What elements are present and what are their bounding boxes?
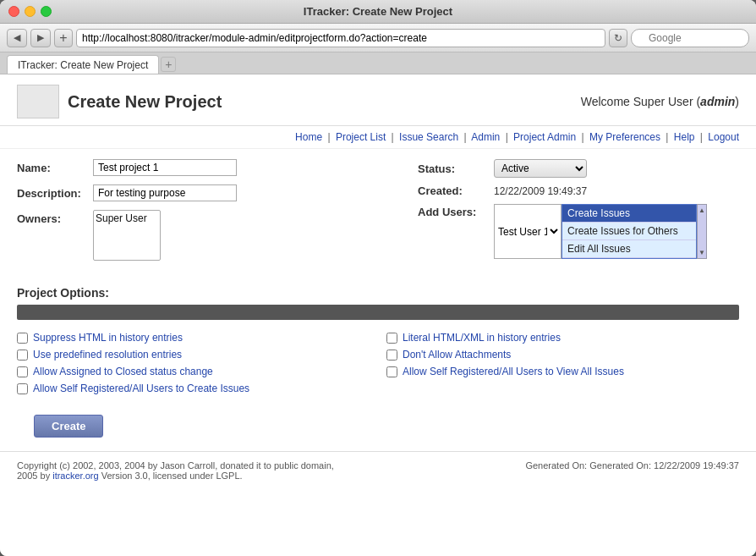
nav-help[interactable]: Help — [674, 131, 695, 143]
permissions-dropdown: Create Issues Create Issues for Others E… — [562, 204, 697, 259]
status-select[interactable]: Active Inactive — [494, 159, 587, 178]
titlebar: ITracker: Create New Project — [0, 0, 756, 24]
created-value: 12/22/2009 19:49:37 — [494, 185, 587, 197]
name-label: Name: — [17, 159, 93, 174]
itracker-link[interactable]: itracker.org — [52, 471, 98, 481]
predefined-resolution-checkbox[interactable] — [17, 350, 28, 361]
browser-window: ITracker: Create New Project ◀ ▶ + ↻ 🔍 I… — [0, 0, 756, 556]
perm-create-issues-others[interactable]: Create Issues for Others — [562, 223, 696, 240]
nav-project-admin[interactable]: Project Admin — [513, 131, 576, 143]
options-grid: Suppress HTML in history entries Literal… — [17, 332, 739, 394]
name-input[interactable] — [93, 159, 237, 176]
minimize-button[interactable] — [25, 6, 36, 17]
desc-label: Description: — [17, 184, 93, 200]
users-list-select[interactable]: Test User 1 — [494, 204, 562, 259]
perm-edit-own-issues[interactable]: Edit User's Own Issues — [562, 258, 696, 259]
nav-links: Home | Project List | Issue Search | Adm… — [0, 126, 756, 149]
welcome-text: Welcome Super User (admin) — [581, 95, 739, 108]
nav-logout[interactable]: Logout — [708, 131, 739, 143]
permissions-scrollbar[interactable]: ▲ ▼ — [697, 204, 707, 259]
left-column: Name: Description: Owners: Super User — [17, 159, 254, 269]
add-tab-button[interactable]: + — [161, 57, 176, 72]
copyright-line2: 2005 by itracker.org Version 3.0, licens… — [17, 471, 334, 481]
option-literal-html: Literal HTML/XML in history entries — [386, 332, 739, 344]
add-users-row: Add Users: Test User 1 Create Issues Cre… — [418, 204, 739, 259]
option-allow-create: Allow Self Registered/All Users to Creat… — [17, 383, 370, 394]
nav-my-preferences[interactable]: My Preferences — [589, 131, 660, 143]
footer: Copyright (c) 2002, 2003, 2004 by Jason … — [0, 451, 756, 489]
desc-input[interactable] — [93, 184, 237, 201]
page-header: Create New Project Welcome Super User (a… — [0, 74, 756, 126]
main-form: Name: Description: Owners: Super User — [0, 149, 756, 279]
users-permissions: Test User 1 Create Issues Create Issues … — [494, 204, 707, 259]
option-no-attachments: Don't Allow Attachments — [386, 349, 739, 361]
search-wrap: 🔍 — [631, 29, 749, 47]
search-input[interactable] — [631, 29, 749, 47]
option-allow-view-all: Allow Self Registered/All Users to View … — [386, 366, 739, 377]
scroll-up-arrow[interactable]: ▲ — [698, 206, 705, 214]
allow-view-all-checkbox[interactable] — [386, 366, 397, 377]
created-label: Created: — [418, 184, 494, 197]
right-column: Status: Active Inactive Created: 12/22/2… — [418, 159, 739, 269]
form-columns: Name: Description: Owners: Super User — [17, 159, 739, 269]
perm-create-issues[interactable]: Create Issues — [562, 205, 696, 223]
window-title: ITracker: Create New Project — [304, 5, 452, 18]
nav-project-list[interactable]: Project List — [336, 131, 386, 143]
add-users-label: Add Users: — [418, 204, 494, 218]
name-row: Name: — [17, 159, 254, 176]
new-tab-button[interactable]: + — [54, 29, 73, 47]
browser-toolbar: ◀ ▶ + ↻ 🔍 — [0, 24, 756, 52]
url-input[interactable] — [76, 29, 605, 47]
status-label: Status: — [418, 162, 494, 175]
generated-on: Generated On: Generated On: 12/22/2009 1… — [525, 460, 739, 471]
created-row: Created: 12/22/2009 19:49:37 — [418, 184, 739, 197]
perm-edit-all-issues[interactable]: Edit All Issues — [562, 240, 696, 258]
allow-closed-change-checkbox[interactable] — [17, 366, 28, 377]
literal-html-checkbox[interactable] — [386, 333, 397, 344]
no-attachments-checkbox[interactable] — [386, 350, 397, 361]
suppress-html-checkbox[interactable] — [17, 333, 28, 344]
nav-home[interactable]: Home — [295, 131, 322, 143]
content-area: Create New Project Welcome Super User (a… — [0, 74, 756, 556]
close-button[interactable] — [8, 6, 19, 17]
tabs-bar: ITracker: Create New Project + — [0, 52, 756, 74]
desc-row: Description: — [17, 184, 254, 201]
back-button[interactable]: ◀ — [7, 29, 27, 47]
owners-row: Owners: Super User — [17, 210, 254, 261]
refresh-button[interactable]: ↻ — [609, 29, 627, 47]
allow-create-checkbox[interactable] — [17, 383, 28, 394]
status-row: Status: Active Inactive — [418, 159, 739, 178]
copyright-line1: Copyright (c) 2002, 2003, 2004 by Jason … — [17, 460, 334, 471]
nav-admin[interactable]: Admin — [471, 131, 500, 143]
page-title: Create New Project — [68, 92, 222, 112]
traffic-lights — [8, 6, 52, 17]
forward-button[interactable]: ▶ — [30, 29, 51, 47]
admin-username: admin — [700, 95, 735, 108]
tab-label: ITracker: Create New Project — [18, 59, 148, 71]
create-button[interactable]: Create — [34, 415, 103, 438]
option-predefined-resolution: Use predefined resolution entries — [17, 349, 370, 361]
permissions-list-wrapper: Create Issues Create Issues for Others E… — [562, 204, 707, 259]
logo — [17, 85, 59, 118]
option-suppress-html: Suppress HTML in history entries — [17, 332, 370, 344]
footer-copyright: Copyright (c) 2002, 2003, 2004 by Jason … — [17, 460, 334, 481]
option-allow-closed-change: Allow Assigned to Closed status change — [17, 366, 370, 377]
project-options-section: Project Options: Suppress HTML in histor… — [0, 279, 756, 451]
options-divider — [17, 305, 739, 320]
options-header: Project Options: — [17, 286, 739, 300]
maximize-button[interactable] — [41, 6, 52, 17]
active-tab[interactable]: ITracker: Create New Project — [7, 55, 159, 74]
nav-issue-search[interactable]: Issue Search — [399, 131, 458, 143]
scroll-down-arrow[interactable]: ▼ — [698, 249, 705, 256]
owners-label: Owners: — [17, 210, 93, 225]
owners-select[interactable]: Super User — [93, 210, 161, 261]
